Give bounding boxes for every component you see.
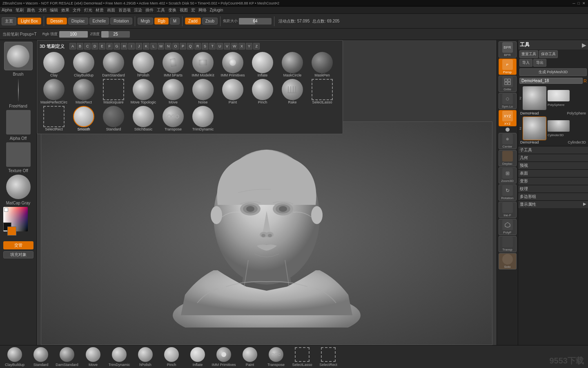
transp-button[interactable]: Transp [499, 236, 517, 252]
center-dot[interactable] [506, 128, 510, 132]
brush-selectrect[interactable]: SelectRect [40, 106, 68, 132]
alpha-off-thumb[interactable] [6, 110, 31, 135]
mrgb-button[interactable]: Mrgb [138, 18, 154, 25]
focal-slider[interactable]: 64 [239, 18, 272, 25]
alpha-V[interactable]: V [224, 43, 230, 49]
menu-tool[interactable]: 工具 [157, 7, 165, 13]
mesh-cylinder-thumb[interactable] [548, 120, 570, 132]
menu-brush[interactable]: 笔刷 [16, 7, 24, 13]
bottom-imm-primitives[interactable]: IMM Primitives [212, 347, 236, 367]
brush-move[interactable]: Move [159, 79, 187, 105]
main-button[interactable]: 主页 [2, 17, 16, 25]
alpha-R[interactable]: R [194, 43, 201, 49]
menu-network[interactable]: 网络 [198, 7, 207, 13]
alpha-F[interactable]: F [106, 43, 113, 49]
save-tool-btn[interactable]: 保存工具 [539, 50, 558, 58]
alpha-A[interactable]: A [69, 43, 76, 49]
polyf-button[interactable]: PolyF [499, 219, 517, 235]
alpha-U[interactable]: U [216, 43, 223, 49]
alpha-Y[interactable]: Y [246, 43, 252, 49]
menu-macro[interactable]: 宏 [191, 7, 195, 13]
brush-maskrect[interactable]: MaskRect [69, 79, 98, 105]
brush-imm-bparts[interactable]: IMM bParts [159, 52, 187, 78]
xyz-button[interactable]: XYZ XYZ [499, 110, 517, 126]
bpr-button[interactable]: BPR BPR [499, 41, 517, 58]
dessin-button[interactable]: Dessin [47, 18, 67, 25]
reset-tool-btn[interactable]: 重置工具 [519, 50, 538, 58]
brush-rake[interactable]: Rake [278, 79, 307, 105]
alpha-S[interactable]: S [202, 43, 208, 49]
demo-name-bookmark[interactable]: R [584, 79, 587, 83]
menu-fx[interactable]: 效果 [61, 7, 69, 13]
texture-off-thumb[interactable] [6, 142, 31, 167]
deplac-btn[interactable]: Deplac [499, 150, 517, 166]
alpha-P[interactable]: P [180, 43, 186, 49]
menu-plugin[interactable]: 插件 [145, 7, 154, 13]
menu-material[interactable]: 材质 [96, 7, 104, 13]
demo-name-input[interactable] [519, 78, 583, 84]
z-strength-slider[interactable]: 25 [101, 31, 130, 38]
bottom-selectrect[interactable]: SelectRect [316, 347, 341, 367]
rotation-btn[interactable]: ↻ Rotation [499, 184, 517, 201]
brush-trimdynamic[interactable]: TrimDynamic [189, 106, 217, 132]
alpha-B[interactable]: B [77, 43, 83, 49]
brush-imm-primitives[interactable]: IMM Primitives [218, 52, 247, 78]
zoom3d-button[interactable]: ⊞ Zoom3D [499, 167, 517, 184]
jiao-button[interactable]: 交管 [3, 241, 33, 249]
persp-button[interactable]: P Persp [499, 58, 517, 75]
geometry-section[interactable]: 几何 [518, 154, 588, 162]
brush-claybuildup[interactable]: ClayBuildup [69, 52, 98, 78]
menu-canvas[interactable]: 画面 [107, 7, 115, 13]
alpha-W[interactable]: W [231, 43, 238, 49]
alpha-I[interactable]: I [128, 43, 135, 49]
close-btn[interactable]: ✕ [582, 1, 586, 5]
bottom-hpolish[interactable]: hPolish [133, 347, 158, 367]
echelle-button[interactable]: Echelle [89, 18, 109, 25]
matcap-thumb[interactable] [6, 175, 31, 199]
center-button[interactable]: ⊕ Center [499, 133, 517, 149]
texture-section[interactable]: 纹理 [518, 185, 588, 193]
menu-light[interactable]: 灯光 [84, 7, 92, 13]
brush-pinch[interactable]: Pinch [248, 79, 277, 105]
alpha-E[interactable]: E [99, 43, 105, 49]
import-btn[interactable]: 导入 [519, 59, 532, 67]
polygroup-section[interactable]: 多边形组 [518, 193, 588, 200]
alpha-G[interactable]: G [114, 43, 120, 49]
brush-smooth[interactable]: Smooth [69, 106, 98, 132]
bottom-selectlasso[interactable]: SelectLasso [290, 347, 314, 367]
menu-file[interactable]: 文件 [73, 7, 81, 13]
bottom-pinch[interactable]: Pinch [159, 347, 184, 367]
surface-section[interactable]: 表面 [518, 169, 588, 177]
brush-damstandard[interactable]: DamStandard [99, 52, 128, 78]
rotation-button[interactable]: Rotation [110, 18, 132, 25]
zadd-button[interactable]: Zadd [185, 18, 201, 25]
bottom-standard[interactable]: Standard [29, 347, 53, 367]
menu-zplugin[interactable]: Zplugin [210, 8, 223, 12]
bottom-trimdynamic[interactable]: TrimDynamic [107, 347, 131, 367]
brush-stitchbasic[interactable]: StitchBasic [129, 106, 158, 132]
m-button[interactable]: M [170, 18, 180, 25]
brush-imm-modelkit[interactable]: IMM ModelKit [189, 52, 217, 78]
window-controls[interactable]: ─ □ ✕ [572, 1, 586, 5]
menu-view[interactable]: 视图 [180, 7, 188, 13]
color-picker[interactable] [3, 207, 33, 240]
menu-doc[interactable]: 文档 [38, 7, 47, 13]
alpha-L[interactable]: L [150, 43, 157, 49]
menu-pref[interactable]: 首选项 [118, 7, 131, 13]
maximize-btn[interactable]: □ [578, 1, 580, 5]
bottom-move[interactable]: Move [81, 347, 105, 367]
bottom-damstandard[interactable]: DamStandard [55, 347, 79, 367]
minimize-btn[interactable]: ─ [572, 1, 575, 5]
alpha-X[interactable]: X [238, 43, 245, 49]
bottom-claybuildup[interactable]: ClayBuildup [2, 347, 27, 367]
menu-alpha[interactable]: Alpha [2, 8, 12, 12]
menu-transform[interactable]: 变换 [168, 7, 176, 13]
alpha-C[interactable]: C [84, 43, 91, 49]
brush-clay[interactable]: Clay [40, 52, 68, 78]
brush-maskperfectcircle[interactable]: MaskPerfectCirc [40, 79, 68, 105]
preview-section[interactable]: 预视 [518, 162, 588, 169]
brush-transpose[interactable]: Transpose [159, 106, 187, 132]
brush-inflate[interactable]: Inflate [248, 52, 277, 78]
alpha-Z[interactable]: Z [253, 43, 260, 49]
inef-button[interactable]: Ine-F [499, 202, 517, 218]
